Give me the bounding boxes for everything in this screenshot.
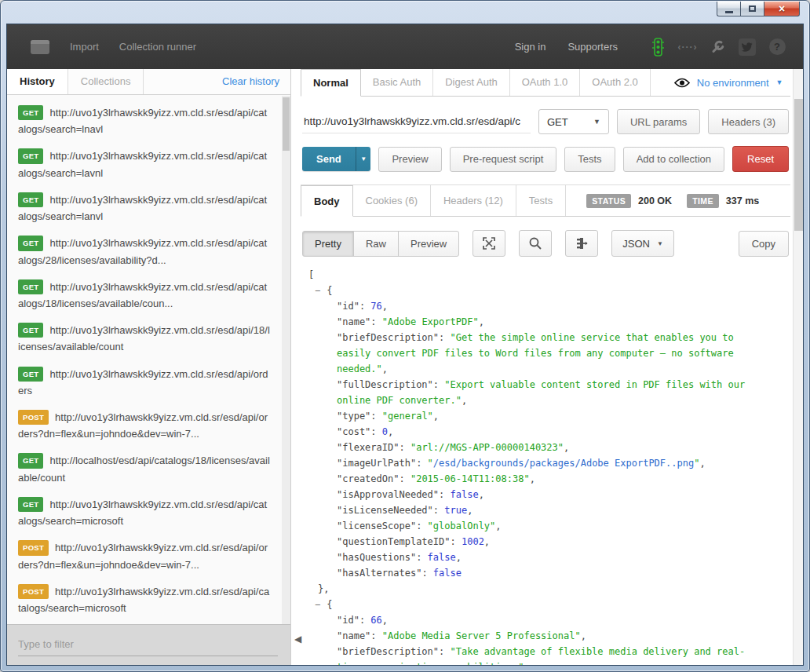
tab-cookies-6-[interactable]: Cookies (6) <box>353 185 431 216</box>
content-area: History Collections Clear history GEThtt… <box>7 69 803 665</box>
json-line: "questionTemplateID": 1002, <box>307 534 767 550</box>
history-url: http://uvo1y3lrhawskk9yizz.vm.cld.sr/esd… <box>18 324 270 352</box>
list-item[interactable]: GEThttp://localhost/esd/api/catalogs/18/… <box>18 452 272 485</box>
expand-icon[interactable] <box>472 230 505 257</box>
tab-collections[interactable]: Collections <box>68 69 144 94</box>
json-line: "createdOn": "2015-06-14T11:08:38", <box>307 471 767 487</box>
list-item[interactable]: GEThttp://uvo1y3lrhawskk9yizz.vm.cld.sr/… <box>18 496 272 529</box>
json-line: −{ <box>307 283 767 298</box>
tab-headers-12-[interactable]: Headers (12) <box>431 185 516 216</box>
environment-selector[interactable]: No environment ▼ <box>674 69 783 96</box>
wrench-icon[interactable] <box>707 37 728 57</box>
environment-label: No environment <box>697 77 769 89</box>
response-tabs: BodyCookies (6)Headers (12)Tests <box>301 185 566 216</box>
indent-format-icon[interactable] <box>565 230 598 257</box>
top-navbar: Import Collection runner Sign in Support… <box>7 24 803 69</box>
list-item[interactable]: GEThttp://uvo1y3lrhawskk9yizz.vm.cld.sr/… <box>18 235 272 268</box>
tests-button[interactable]: Tests <box>564 147 615 172</box>
list-item[interactable]: POSThttp://uvo1y3lrhawskk9yizz.vm.cld.sr… <box>18 583 272 616</box>
close-button[interactable]: × <box>764 2 800 16</box>
raw-view-button[interactable]: Raw <box>353 231 399 257</box>
main-scrollbar-thumb[interactable] <box>794 99 803 231</box>
reset-button[interactable]: Reset <box>732 146 789 172</box>
list-item[interactable]: GEThttp://uvo1y3lrhawskk9yizz.vm.cld.sr/… <box>18 192 272 225</box>
sign-in-link[interactable]: Sign in <box>515 41 546 53</box>
json-line: }, <box>307 581 767 597</box>
minimize-icon <box>725 11 733 13</box>
auth-tabs: NormalBasic AuthDigest AuthOAuth 1.0OAut… <box>301 69 651 96</box>
method-badge: GET <box>18 367 43 382</box>
nav-collection-runner[interactable]: Collection runner <box>119 41 196 53</box>
json-line: "id": 76, <box>307 298 767 314</box>
tab-normal[interactable]: Normal <box>301 69 361 97</box>
json-link[interactable]: /esd/backgrounds/packages/Adobe ExportPD… <box>433 458 694 469</box>
preview-view-button[interactable]: Preview <box>398 231 459 257</box>
tab-digest-auth[interactable]: Digest Auth <box>433 69 510 96</box>
twitter-icon[interactable] <box>737 37 757 57</box>
list-item[interactable]: GEThttp://uvo1y3lrhawskk9yizz.vm.cld.sr/… <box>18 148 272 181</box>
response-body: [−{"id": 76,"name": "Adobe ExportPDF","b… <box>307 267 790 665</box>
view-mode-group: PrettyRawPreview <box>302 231 459 257</box>
supporters-link[interactable]: Supporters <box>567 41 618 53</box>
prerequest-script-button[interactable]: Pre-request script <box>450 147 557 172</box>
sidebar-collapse-arrow[interactable]: ◀ <box>294 634 301 645</box>
main-scrollbar[interactable] <box>793 69 803 665</box>
url-input[interactable] <box>302 110 531 133</box>
tab-oauth-2-0[interactable]: OAuth 2.0 <box>580 69 651 96</box>
format-select[interactable]: JSON ▼ <box>611 230 674 257</box>
url-params-button[interactable]: URL params <box>617 109 700 134</box>
method-badge: GET <box>18 105 43 120</box>
history-url: http://uvo1y3lrhawskk9yizz.vm.cld.sr/esd… <box>18 150 267 178</box>
send-dropdown-button[interactable]: ▼ <box>356 147 371 171</box>
postman-app: Import Collection runner Sign in Support… <box>7 24 803 665</box>
maximize-button[interactable] <box>740 2 764 16</box>
sidebar-scrollbar[interactable] <box>282 96 290 624</box>
list-item[interactable]: POSThttp://uvo1y3lrhawskk9yizz.vm.cld.sr… <box>18 539 272 572</box>
traffic-light-icon[interactable] <box>648 37 668 57</box>
chevron-down-icon: ▼ <box>657 240 663 247</box>
send-button[interactable]: Send <box>302 147 356 171</box>
copy-button[interactable]: Copy <box>739 231 789 257</box>
response-meta: STATUS 200 OK TIME 337 ms <box>586 185 767 216</box>
request-panel: NormalBasic AuthDigest AuthOAuth 1.0OAut… <box>291 69 803 665</box>
tab-basic-auth[interactable]: Basic Auth <box>361 69 433 96</box>
pretty-view-button[interactable]: Pretty <box>302 231 354 257</box>
list-item[interactable]: GEThttp://uvo1y3lrhawskk9yizz.vm.cld.sr/… <box>18 366 272 399</box>
nav-import[interactable]: Import <box>70 41 99 53</box>
history-url: http://uvo1y3lrhawskk9yizz.vm.cld.sr/esd… <box>18 542 268 570</box>
tab-oauth-1-0[interactable]: OAuth 1.0 <box>510 69 581 96</box>
headers-button[interactable]: Headers (3) <box>708 109 789 134</box>
collapse-toggle-icon[interactable]: − <box>315 599 320 610</box>
navbar-icons: ‹···› <box>638 37 787 57</box>
url-row: GET ▼ URL params Headers (3) <box>302 109 789 134</box>
search-icon[interactable] <box>519 230 552 257</box>
code-snippets-icon[interactable]: ‹···› <box>677 37 698 57</box>
preview-button[interactable]: Preview <box>378 147 441 172</box>
status-value: 200 OK <box>638 195 672 206</box>
auth-tabs-row: NormalBasic AuthDigest AuthOAuth 1.0OAut… <box>301 69 790 97</box>
tab-tests[interactable]: Tests <box>516 185 566 216</box>
list-item[interactable]: GEThttp://uvo1y3lrhawskk9yizz.vm.cld.sr/… <box>18 322 272 355</box>
send-button-group: Send ▼ <box>302 147 370 171</box>
sidebar-scrollbar-thumb[interactable] <box>283 97 290 151</box>
json-line: "id": 66, <box>307 612 767 628</box>
clear-history-link[interactable]: Clear history <box>222 69 290 94</box>
filter-input[interactable] <box>18 633 278 656</box>
tab-body[interactable]: Body <box>301 185 353 217</box>
minimize-button[interactable] <box>717 2 740 16</box>
history-url: http://uvo1y3lrhawskk9yizz.vm.cld.sr/esd… <box>18 411 268 440</box>
list-item[interactable]: POSThttp://uvo1y3lrhawskk9yizz.vm.cld.sr… <box>18 409 272 442</box>
sidebar-tabs: History Collections Clear history <box>7 69 290 95</box>
collapse-toggle-icon[interactable]: − <box>315 285 320 296</box>
method-select[interactable]: GET ▼ <box>538 109 609 134</box>
list-item[interactable]: GEThttp://uvo1y3lrhawskk9yizz.vm.cld.sr/… <box>18 279 272 312</box>
json-line: [ <box>307 267 767 283</box>
tab-history[interactable]: History <box>7 69 68 94</box>
history-url: http://uvo1y3lrhawskk9yizz.vm.cld.sr/esd… <box>18 237 267 265</box>
list-item[interactable]: GEThttp://uvo1y3lrhawskk9yizz.vm.cld.sr/… <box>18 104 272 137</box>
drawer-icon[interactable] <box>31 40 49 54</box>
add-to-collection-button[interactable]: Add to collection <box>623 147 724 172</box>
method-badge: GET <box>18 236 43 250</box>
help-icon[interactable]: ? <box>767 37 787 57</box>
json-line: "imageUrlPath": "/esd/backgrounds/packag… <box>307 455 767 471</box>
